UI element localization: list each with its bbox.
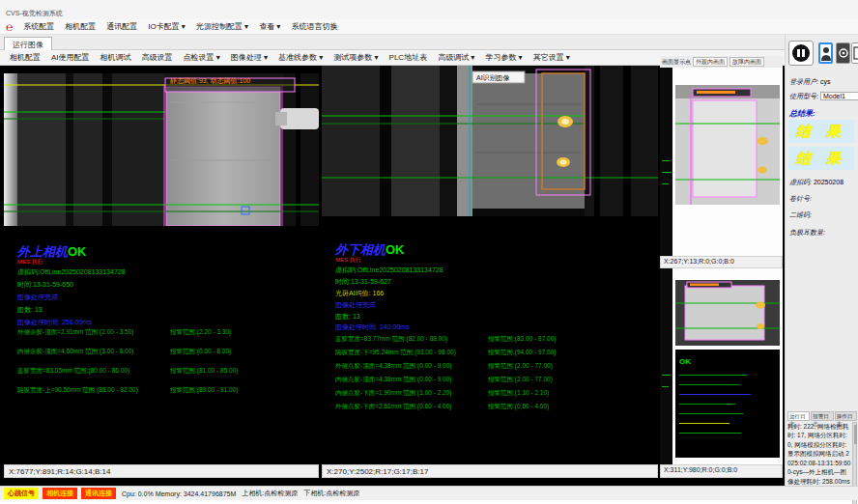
- toolbar-item[interactable]: 基准线参数 ▾: [278, 52, 323, 63]
- measurement-value: 外侧点胶-下面=2.61mm 范围:(0.60 - 4.00): [335, 403, 451, 411]
- measurement-row: 外侧点胶-下面=2.61mm 范围:(0.60 - 4.00) 报警范围:(0.…: [322, 403, 658, 416]
- measurement-row: 内侧点胶-顶面=4.38mm 范围:(0.00 - 9.00) 报警范围:(2.…: [322, 376, 658, 389]
- status-badge: 心跳信号: [4, 488, 39, 499]
- time-text: 时间:13-31-59-650: [17, 280, 73, 290]
- process-time-text: 图像处理时间: 140.00ms: [335, 322, 410, 332]
- tab-fault-view[interactable]: 故障内画面: [729, 57, 764, 67]
- virtual-code-row: 虚拟码: 20250208: [789, 178, 857, 187]
- total-result-label: 总结果:: [789, 108, 857, 119]
- status-bar: 心跳信号相机连接通讯连接 Cpu: 0.0% Memory: 3424.4179…: [0, 486, 858, 500]
- qr-code-label: 二维码:: [789, 210, 857, 220]
- app-logo-icon: ℮: [6, 22, 13, 32]
- thumb2-coordbar: X:311;Y:980;R:0;G:0;B:0: [660, 464, 783, 478]
- measurement-value: 隔膜宽度-下=95.24mm 范围:(93.00 - 98.00): [335, 349, 456, 357]
- title-bar: CVS-视觉检测系统: [0, 0, 858, 19]
- engineer-mode-button[interactable]: [836, 42, 850, 64]
- toolbar-item[interactable]: 学习参数 ▾: [485, 52, 522, 63]
- tab-run-log[interactable]: 运行日志: [787, 411, 810, 421]
- menu-item[interactable]: 查看 ▾: [259, 21, 280, 32]
- toolbar-item[interactable]: 高级调试 ▾: [438, 52, 474, 63]
- barcode-text: 虚拟码:OffLine20250208133134728: [17, 267, 126, 277]
- user-icon: [821, 46, 831, 62]
- measurement-alarm-range: 报警范围:(83.00 - 87.00): [488, 335, 556, 344]
- camera-title-text: 外下相机: [335, 242, 386, 257]
- log-tabs: 运行日志 报警日志 操作日志: [787, 411, 857, 421]
- time-text: 时间:13-31-59-627: [335, 277, 391, 287]
- operator-mode-button[interactable]: [818, 42, 833, 64]
- result-ok-text: OK: [68, 244, 87, 259]
- badge-group: 心跳信号相机连接通讯连接: [4, 488, 116, 499]
- toolbar-item[interactable]: 点检设置 ▾: [184, 52, 220, 63]
- menu-item[interactable]: 光源控制配置 ▾: [196, 21, 248, 32]
- thumbnail-image-1[interactable]: [675, 85, 780, 205]
- measurement-list: 外侧余胶-顶面=2.91mm 范围:(2.00 - 3.50) 报警范围:(2.…: [4, 328, 319, 406]
- status-badge: 通讯连接: [81, 488, 116, 499]
- login-user-value: cys: [820, 78, 831, 85]
- measurement-alarm-range: 报警范围:(2.00 - 77.00): [488, 362, 553, 371]
- measurement-row: 蓝胶宽度=83.77mm 范围:(82.00 - 88.00) 报警范围:(83…: [322, 335, 658, 349]
- toolbar-item[interactable]: 相机配置: [10, 52, 41, 63]
- measurement-row: 外侧余胶-顶面=2.91mm 范围:(2.00 - 3.50) 报警范围:(2.…: [4, 328, 319, 348]
- thumbnail-panel-2[interactable]: OK: [660, 268, 783, 464]
- toolbar-item[interactable]: 其它设置 ▾: [533, 52, 570, 63]
- toolbar-item[interactable]: 相机调试: [100, 52, 131, 63]
- measurement-row: 隔膜宽度-上=90.56mm 范围:(88.00 - 92.00) 报警范围:(…: [4, 386, 319, 406]
- tab-run-image[interactable]: 运行图像: [4, 37, 52, 50]
- measurement-alarm-range: 报警范围:(0.60 - 4.00): [488, 403, 549, 411]
- process-time-text: 图像处理时间: 256.00ms: [17, 318, 92, 327]
- thumb-view-label: 画面显示点: [662, 58, 691, 67]
- model-select[interactable]: Model1: [820, 92, 858, 100]
- pause-button[interactable]: [788, 41, 814, 66]
- app-window: CVS-视觉检测系统 ℮ 系统配置相机配置通讯配置IO卡配置 ▾光源控制配置 ▾…: [0, 0, 858, 504]
- lower-camera-image[interactable]: [322, 66, 658, 216]
- tab-normal-view[interactable]: 外观内画面: [693, 57, 728, 67]
- tab-strip: 运行图像: [0, 35, 858, 50]
- measurement-value: 内侧点胶-顶面=4.38mm 范围:(0.00 - 9.00): [335, 376, 451, 384]
- upper-camera-image[interactable]: [4, 73, 319, 226]
- thumbnail-image-2[interactable]: [675, 280, 780, 346]
- measurement-row: 隔膜宽度-下=95.24mm 范围:(93.00 - 98.00) 报警范围:(…: [322, 349, 658, 362]
- menu-item[interactable]: 通讯配置: [106, 21, 137, 32]
- lower-camera-status: 下相机:点检检测原: [303, 489, 359, 498]
- menu-item[interactable]: IO卡配置 ▾: [148, 21, 186, 32]
- toolbar-item[interactable]: AI使用配置: [51, 52, 90, 63]
- menu-item[interactable]: 相机配置: [65, 21, 96, 32]
- barcode-text: 虚拟码:OffLine20250208133134728: [335, 266, 443, 275]
- menu-item[interactable]: 系统配置: [23, 21, 54, 32]
- toolbar-item[interactable]: PLC地址表: [389, 52, 428, 63]
- measurement-value: 内侧点胶-下面=1.90mm 范围:(1.00 - 2.20): [335, 389, 451, 398]
- camera-title-text: 外上相机: [17, 244, 68, 259]
- measurement-row: 内侧点胶-下面=1.90mm 范围:(1.00 - 2.20) 报警范围:(1.…: [322, 389, 658, 403]
- gear-icon: [839, 45, 848, 61]
- measurement-value: 隔膜宽度-上=90.56mm 范围:(88.00 - 92.00): [17, 386, 138, 395]
- pause-icon: [792, 44, 810, 62]
- toolbar-item[interactable]: 图像处理 ▾: [231, 52, 268, 63]
- toolbar-item[interactable]: 高级设置: [142, 52, 173, 63]
- virtual-code-value: 20250208: [814, 179, 844, 185]
- pin-number-label: 卷针号:: [789, 194, 857, 204]
- measurement-value: 蓝胶宽度=83.05mm 范围:(80.00 - 86.00): [17, 367, 129, 376]
- menu-item[interactable]: 系统语言切换: [291, 21, 337, 32]
- neg-tab-count-label: 负极耳数量:: [789, 228, 857, 238]
- frame-count-text: 图数: 13: [335, 312, 360, 322]
- thumbnail-panel-1[interactable]: [660, 68, 783, 256]
- process-done-text: 图像处理完成: [335, 300, 376, 310]
- login-user-row: 登录用户: cys: [789, 77, 857, 87]
- window-title: CVS-视觉检测系统: [6, 9, 63, 18]
- mes-status: MES:执行: [335, 256, 361, 265]
- tab-operation-log[interactable]: 操作日志: [835, 411, 857, 421]
- exit-button[interactable]: [851, 42, 858, 64]
- ai-value-text: 光斑AI均值: 166: [335, 289, 384, 298]
- sidebar-buttons: [787, 41, 857, 68]
- measurement-list: 蓝胶宽度=83.77mm 范围:(82.00 - 88.00) 报警范围:(83…: [322, 335, 658, 416]
- status-badge: 相机连接: [43, 488, 77, 499]
- model-row: 使用型号: Model1: [789, 92, 857, 101]
- tab-alarm-log[interactable]: 报警日志: [811, 411, 833, 421]
- result-box-upper: 结 果: [788, 120, 854, 143]
- measurement-alarm-range: 报警范围:(2.20 - 3.30): [170, 328, 231, 337]
- toolbar-item[interactable]: 测试项参数 ▾: [333, 52, 378, 63]
- measurement-alarm-range: 报警范围:(94.00 - 97.00): [488, 349, 556, 357]
- measurement-alarm-range: 报警范围:(81.00 - 85.00): [170, 367, 238, 376]
- upper-camera-panel: 静态阈值:93, 动态阈值:100 外上相机OK MES:执行 虚拟码:OffL…: [4, 66, 319, 486]
- measurement-alarm-range: 报警范围:(1.10 - 2.10): [488, 389, 549, 398]
